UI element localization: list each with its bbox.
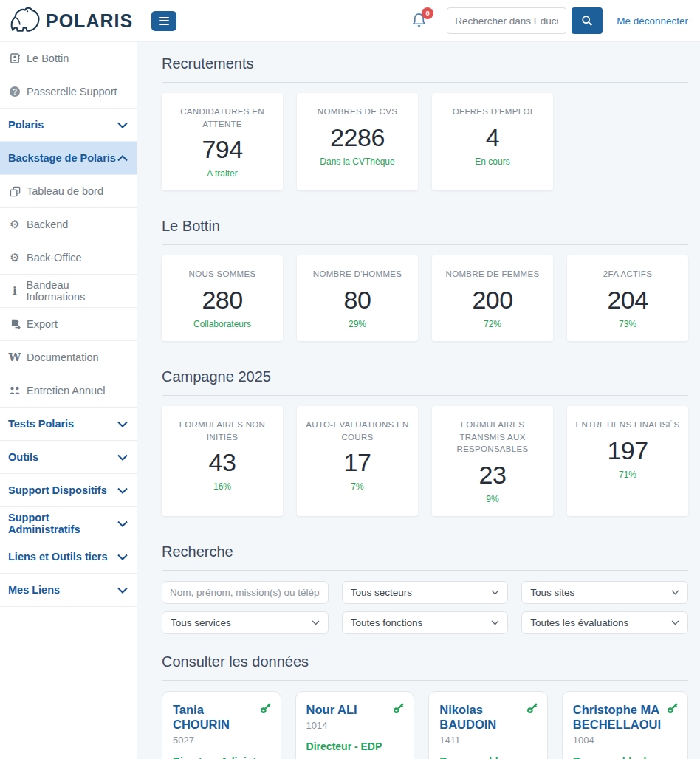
sidebar-item-documentation[interactable]: W Documentation	[0, 341, 137, 374]
person-id: 5027	[173, 735, 270, 746]
person-id: 1411	[439, 735, 537, 746]
campagne-cards: FORMULAIRES NON INITIÉS 43 16% AUTO-EVAL…	[162, 406, 688, 516]
stat-card-2fa[interactable]: 2FA ACTIFS 204 73%	[567, 255, 688, 341]
stat-sub: 72%	[439, 319, 546, 329]
sidebar-item-label: Backend	[27, 219, 68, 230]
section-title-recherche: Recherche	[162, 543, 688, 560]
sidebar-item-label: Bandeau Informations	[26, 279, 128, 303]
stat-label: 2FA ACTIFS	[574, 268, 681, 281]
sidebar-item-backstage-de-polaris[interactable]: Backstage de Polaris	[0, 142, 137, 175]
stat-card-nous-sommes[interactable]: NOUS SOMMES 280 Collaborateurs	[162, 255, 283, 341]
select-secteurs[interactable]: Tous secteurs	[342, 581, 509, 604]
notification-badge: 0	[422, 7, 433, 19]
sidebar-item-back-office[interactable]: ⚙ Back-Office	[0, 241, 137, 275]
stat-card-femmes[interactable]: NOMBRE DE FEMMES 200 72%	[432, 255, 553, 341]
stat-sub: 73%	[574, 319, 681, 329]
stat-value: 794	[169, 135, 275, 164]
window-restore-icon	[8, 186, 21, 197]
stat-value: 80	[304, 286, 411, 315]
sidebar-item-backend[interactable]: ⚙ Backend	[0, 208, 137, 241]
person-id: 1004	[573, 735, 677, 746]
bottin-cards: NOUS SOMMES 280 Collaborateurs NOMBRE D'…	[162, 255, 688, 341]
select-sites[interactable]: Tous sites	[521, 581, 688, 604]
stat-card-auto-evaluations[interactable]: AUTO-EVALUATIONS EN COURS 17 7%	[297, 406, 418, 516]
sidebar-item-label: Tableau de bord	[27, 185, 103, 197]
sidebar-item-label: Tests Polaris	[8, 418, 74, 430]
sidebar-item-entretien-annuel[interactable]: Entretien Annuel	[0, 374, 137, 408]
stat-card-offres[interactable]: OFFRES D'EMPLOI 4 En cours	[432, 93, 553, 190]
person-card[interactable]: Nour ALI 1014 Directeur - EDP RESPONSABL…	[295, 691, 415, 759]
key-icon	[259, 701, 272, 718]
app-logo[interactable]: POLARIS	[0, 0, 137, 42]
logout-link[interactable]: Me déconnecter	[617, 16, 688, 27]
stat-sub: En cours	[439, 157, 546, 167]
chevron-down-icon	[671, 590, 679, 595]
sidebar-item-label: Support Dispositifs	[8, 484, 107, 496]
chevron-down-icon	[117, 554, 128, 560]
key-icon	[666, 701, 679, 718]
sidebar-item-liens-et-outils-tiers[interactable]: Liens et Outils tiers	[0, 540, 137, 574]
stat-card-entretiens-finalises[interactable]: ENTRETIENS FINALISÉS 197 71%	[567, 406, 688, 516]
stat-card-formulaires-transmis[interactable]: FORMULAIRES TRANSMIS AUX RESPONSABLES 23…	[432, 406, 553, 516]
address-book-icon	[8, 52, 21, 64]
sidebar-item-tests-polaris[interactable]: Tests Polaris	[0, 408, 137, 441]
notifications-button[interactable]: 0	[411, 11, 428, 31]
chevron-down-icon	[117, 454, 128, 461]
sidebar-item-label: Liens et Outils tiers	[8, 551, 108, 563]
person-card[interactable]: Nikolas BAUDOIN 1411 Responsable - Infor…	[428, 691, 548, 759]
person-title: Responsable - Informatique et Téléphonie	[439, 755, 537, 759]
divider	[162, 82, 688, 83]
chevron-up-icon	[117, 155, 128, 162]
sidebar-item-passerelle-support[interactable]: ? Passerelle Support	[0, 75, 137, 109]
sidebar-item-tableau-de-bord[interactable]: Tableau de bord	[0, 175, 137, 208]
select-value: Toutes les évaluations	[530, 617, 628, 628]
sidebar-item-bandeau-informations[interactable]: i Bandeau Informations	[0, 275, 137, 308]
chevron-down-icon	[491, 620, 499, 625]
stat-value: 4	[439, 123, 546, 152]
sidebar-item-support-administratifs[interactable]: Support Administratifs	[0, 507, 137, 540]
stat-label: FORMULAIRES TRANSMIS AUX RESPONSABLES	[439, 419, 546, 456]
sidebar-item-le-bottin[interactable]: Le Bottin	[0, 42, 137, 75]
select-evaluations[interactable]: Toutes les évaluations	[521, 611, 688, 634]
sidebar-item-label: Passerelle Support	[27, 86, 117, 97]
search-button[interactable]	[572, 7, 603, 34]
sidebar-item-mes-liens[interactable]: Mes Liens	[0, 574, 137, 607]
sidebar-item-label: Outils	[8, 451, 38, 463]
hamburger-icon	[159, 17, 169, 18]
sidebar-item-export[interactable]: Export	[0, 308, 137, 341]
section-title-recrutements: Recrutements	[162, 55, 688, 72]
select-services[interactable]: Tous services	[162, 611, 329, 634]
file-export-icon	[8, 318, 21, 330]
stat-label: ENTRETIENS FINALISÉS	[574, 419, 681, 431]
person-card[interactable]: Tania CHOURIN 5027 Directeur Adjoint RES…	[162, 691, 281, 759]
select-value: Toutes fonctions	[351, 617, 423, 628]
main-area: 0 Me déconnecter Recrutements CANDIDATUR…	[137, 0, 700, 759]
sidebar-item-label: Le Bottin	[27, 52, 69, 64]
divider	[162, 244, 688, 245]
section-title-le-bottin: Le Bottin	[162, 218, 688, 235]
topbar: 0 Me déconnecter	[137, 0, 700, 42]
stat-card-cvs[interactable]: NOMBRES DE CVS 2286 Dans la CVThèque	[297, 93, 418, 190]
recrutements-cards: CANDIDATURES EN ATTENTE 794 A traiter NO…	[162, 93, 688, 190]
stat-card-candidatures[interactable]: CANDIDATURES EN ATTENTE 794 A traiter	[162, 93, 283, 190]
select-value: Tous sites	[530, 587, 574, 598]
global-search-input[interactable]	[447, 7, 566, 34]
stat-card-formulaires-non-inities[interactable]: FORMULAIRES NON INITIÉS 43 16%	[162, 406, 283, 516]
gear-icon: ⚙	[8, 219, 21, 230]
stat-card-hommes[interactable]: NOMBRE D'HOMMES 80 29%	[297, 255, 418, 341]
sidebar-item-support-dispositifs[interactable]: Support Dispositifs	[0, 474, 137, 507]
empty-cell	[567, 93, 688, 190]
person-card[interactable]: Christophe MA BECHELLAOUI 1004 Responsab…	[562, 691, 688, 759]
wikipedia-icon: W	[8, 352, 21, 363]
chevron-down-icon	[117, 122, 128, 128]
menu-toggle-button[interactable]	[151, 11, 176, 31]
stat-label: NOMBRE DE FEMMES	[439, 268, 546, 281]
sidebar-item-polaris[interactable]: Polaris	[0, 109, 137, 142]
sidebar-item-label: Backstage de Polaris	[8, 152, 116, 164]
select-value: Tous secteurs	[351, 587, 412, 598]
sidebar-item-outils[interactable]: Outils	[0, 441, 137, 474]
sidebar-item-label: Entretien Annuel	[27, 385, 105, 396]
select-fonctions[interactable]: Toutes fonctions	[342, 611, 509, 634]
chevron-down-icon	[671, 620, 679, 625]
name-search-input[interactable]	[162, 581, 329, 604]
